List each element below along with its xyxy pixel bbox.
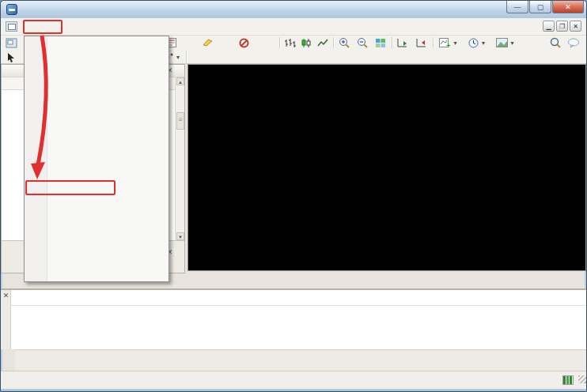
candlestick-mode-icon[interactable] [301,36,312,49]
zoom-out-icon[interactable] [357,36,369,49]
add-indicator-icon[interactable]: + ▼ [437,36,460,49]
tile-windows-icon[interactable] [375,36,386,49]
terminal-tab-bar [15,349,587,371]
cursor-icon[interactable] [7,51,16,63]
navigator-vertical-tab[interactable] [2,351,13,371]
candlestick-chart[interactable] [188,65,585,270]
line-chart-mode-icon[interactable] [317,36,329,49]
arrange-charts-icon[interactable] [396,36,408,49]
arrange-charts-alt-icon[interactable] [415,36,427,49]
title-bar[interactable]: — ▢ ✕ [1,1,587,18]
status-bar [1,371,587,389]
chart-tab-bar [187,271,587,288]
svg-text:+: + [446,42,450,48]
terminal-grip[interactable]: ✕ [1,290,11,349]
caret-down-icon[interactable]: ▼ [481,40,487,46]
terminal-header [11,290,587,306]
scroll-thumb[interactable] [176,112,184,130]
zoom-in-icon[interactable] [339,36,350,49]
child-minimize-button[interactable]: ▁ [543,21,555,32]
terminal-panel: ✕ [1,288,587,349]
connection-bars-icon [562,375,574,385]
minimize-button[interactable]: — [506,1,528,13]
wand-icon[interactable] [201,36,214,49]
auto-trading-button[interactable] [216,36,275,49]
window-frame-bottom [1,389,587,392]
child-window-icon[interactable] [6,21,17,32]
maximize-button[interactable]: ▢ [529,1,551,13]
app-logo-icon [6,4,17,15]
caret-down-icon[interactable]: ▼ [509,40,515,46]
scroll-up-icon[interactable]: ▲ [176,77,184,85]
scroll-down-icon[interactable]: ▼ [176,232,184,240]
periods-clock-icon[interactable]: ▼ [466,36,488,49]
bar-chart-mode-icon[interactable] [284,36,296,49]
app-window: — ▢ ✕ ▁ ❐ ✕ [0,0,587,392]
menu-bar [1,18,587,36]
chart-window[interactable] [187,64,586,271]
child-close-button[interactable]: ✕ [570,21,581,32]
market-watch-scrollbar[interactable]: ▲ ▼ [175,77,184,240]
window-controls: — ▢ ✕ [506,1,584,13]
caret-down-icon[interactable]: ▼ [176,55,181,60]
resize-grip[interactable] [578,375,586,383]
new-window-icon[interactable] [6,36,17,49]
child-restore-button[interactable]: ❐ [556,21,568,32]
search-icon[interactable] [550,36,562,49]
chat-icon[interactable] [567,36,580,49]
caret-down-icon[interactable]: ▼ [453,40,458,46]
child-window-controls: ▁ ❐ ✕ [543,21,581,32]
close-button[interactable]: ✕ [552,1,584,13]
templates-icon[interactable]: ▼ [494,36,517,49]
file-menu-dropdown [24,36,169,282]
close-icon[interactable]: ✕ [2,292,9,300]
